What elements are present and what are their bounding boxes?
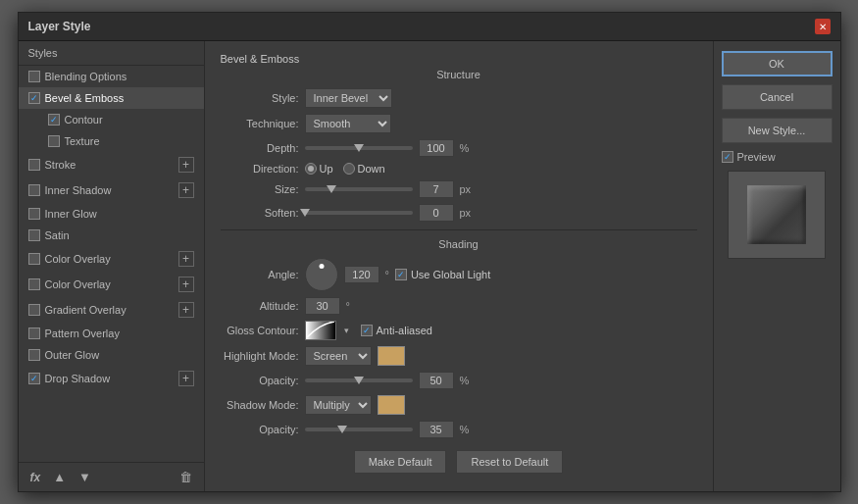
drop-shadow-checkbox[interactable] [28,373,40,384]
color-overlay-1-add-icon[interactable]: + [178,251,194,267]
sidebar-item-color-overlay-1[interactable]: Color Overlay + [19,246,204,272]
drop-shadow-label: Drop Shadow [45,373,111,384]
highlight-color-swatch[interactable] [378,346,405,366]
move-down-button[interactable]: ▼ [75,468,95,486]
highlight-opacity-track[interactable] [305,378,413,382]
technique-select[interactable]: Smooth Chisel Hard Chisel Soft [305,114,391,133]
inner-shadow-checkbox[interactable] [28,184,40,196]
gradient-overlay-add-icon[interactable]: + [178,302,194,318]
soften-slider-thumb[interactable] [300,209,310,217]
gradient-overlay-checkbox[interactable] [28,304,40,316]
highlight-mode-select[interactable]: Screen Normal Multiply [305,346,372,366]
shadow-opacity-track[interactable] [305,428,413,431]
anti-aliased-checkbox[interactable] [361,325,373,336]
inner-glow-checkbox[interactable] [28,208,40,220]
altitude-input[interactable] [305,297,340,315]
make-default-button[interactable]: Make Default [354,450,447,474]
sidebar-item-color-overlay-2[interactable]: Color Overlay + [19,272,204,297]
dialog-title: Layer Style [28,20,91,33]
style-select[interactable]: Inner Bevel Outer Bevel Emboss [305,88,392,108]
depth-slider-thumb[interactable] [354,144,364,152]
depth-input[interactable] [419,139,454,157]
outer-glow-checkbox[interactable] [28,349,40,361]
size-slider-track[interactable] [305,187,413,191]
soften-label: Soften: [221,207,299,219]
style-group: Style: Inner Bevel Outer Bevel Emboss [221,88,697,108]
stroke-checkbox[interactable] [28,159,40,171]
left-panel-scroll: Styles Blending Options Bevel & Emboss [19,41,204,462]
bevel-emboss-checkbox[interactable] [28,92,40,104]
angle-input[interactable] [344,266,379,283]
size-group: Size: px [221,180,697,198]
highlight-opacity-label: Opacity: [221,375,299,386]
cancel-button[interactable]: Cancel [722,84,833,110]
gloss-contour-preview[interactable] [305,321,336,340]
global-light-label[interactable]: Use Global Light [395,269,490,280]
gloss-contour-group: Gloss Contour: ▾ Anti-aliased [221,321,697,340]
color-overlay-1-checkbox[interactable] [28,253,40,265]
anti-aliased-label[interactable]: Anti-aliased [361,325,432,336]
color-overlay-2-add-icon[interactable]: + [178,277,194,292]
center-panel: Bevel & Emboss Structure Style: Inner Be… [205,41,713,491]
sidebar-item-drop-shadow[interactable]: Drop Shadow + [19,366,204,391]
fx-button[interactable]: fx [26,469,45,486]
size-input[interactable] [419,180,454,198]
highlight-mode-label: Highlight Mode: [221,350,299,362]
depth-label: Depth: [221,142,299,154]
new-style-button[interactable]: New Style... [722,118,833,143]
sidebar-item-inner-glow[interactable]: Inner Glow [19,203,204,225]
size-slider-thumb[interactable] [327,185,336,193]
ok-button[interactable]: OK [722,51,833,76]
highlight-opacity-input[interactable] [419,372,454,389]
divider-1 [221,229,697,230]
depth-slider-container [305,146,413,150]
move-up-button[interactable]: ▲ [49,468,70,486]
sidebar-item-pattern-overlay[interactable]: Pattern Overlay [19,323,204,344]
depth-unit: % [460,142,470,154]
direction-label: Direction: [221,163,299,175]
shadow-color-swatch[interactable] [378,395,405,415]
angle-dial[interactable] [305,258,338,291]
sidebar-item-texture[interactable]: Texture [19,130,204,152]
close-button[interactable]: ✕ [815,19,831,34]
soften-slider-track[interactable] [305,211,413,215]
shadow-opacity-label: Opacity: [221,424,299,435]
reset-to-default-button[interactable]: Reset to Default [456,450,563,474]
shadow-opacity-input[interactable] [419,421,454,438]
sidebar-item-bevel-emboss[interactable]: Bevel & Emboss [19,87,204,109]
sidebar-item-gradient-overlay[interactable]: Gradient Overlay + [19,297,204,323]
drop-shadow-add-icon[interactable]: + [178,371,194,386]
sidebar-item-contour[interactable]: Contour [19,109,204,130]
sidebar-item-inner-shadow[interactable]: Inner Shadow + [19,177,204,203]
soften-input[interactable] [419,204,454,222]
inner-shadow-add-icon[interactable]: + [178,182,194,198]
sidebar-item-stroke[interactable]: Stroke + [19,152,204,177]
delete-button[interactable]: 🗑 [176,468,196,486]
preview-checkbox[interactable] [722,151,733,163]
stroke-add-icon[interactable]: + [178,157,194,173]
layer-style-dialog: Layer Style ✕ Styles Blending Options [18,12,841,492]
satin-checkbox[interactable] [28,229,40,241]
direction-up-radio[interactable]: Up [305,163,333,175]
altitude-group: Altitude: ° [221,297,697,315]
shadow-opacity-thumb[interactable] [337,426,347,433]
contour-checkbox[interactable] [48,114,60,126]
altitude-unit: ° [346,300,350,312]
gloss-dropdown-icon[interactable]: ▾ [344,326,349,335]
pattern-overlay-checkbox[interactable] [28,328,40,339]
texture-checkbox[interactable] [48,135,60,147]
highlight-opacity-thumb[interactable] [354,377,364,384]
sidebar-item-blending-options[interactable]: Blending Options [19,66,204,87]
radio-down-indicator [343,163,355,175]
anti-aliased-text: Anti-aliased [377,325,432,336]
color-overlay-2-checkbox[interactable] [28,278,40,290]
direction-down-radio[interactable]: Down [343,163,385,175]
depth-slider-track[interactable] [305,146,413,150]
blending-options-checkbox[interactable] [28,71,40,82]
sidebar-item-outer-glow[interactable]: Outer Glow [19,344,204,366]
shadow-mode-select[interactable]: Multiply Normal Screen [305,395,372,415]
global-light-checkbox[interactable] [395,269,407,280]
sidebar-item-satin[interactable]: Satin [19,225,204,246]
left-panel: Styles Blending Options Bevel & Emboss [19,41,205,491]
item-left: Outer Glow [28,349,100,361]
